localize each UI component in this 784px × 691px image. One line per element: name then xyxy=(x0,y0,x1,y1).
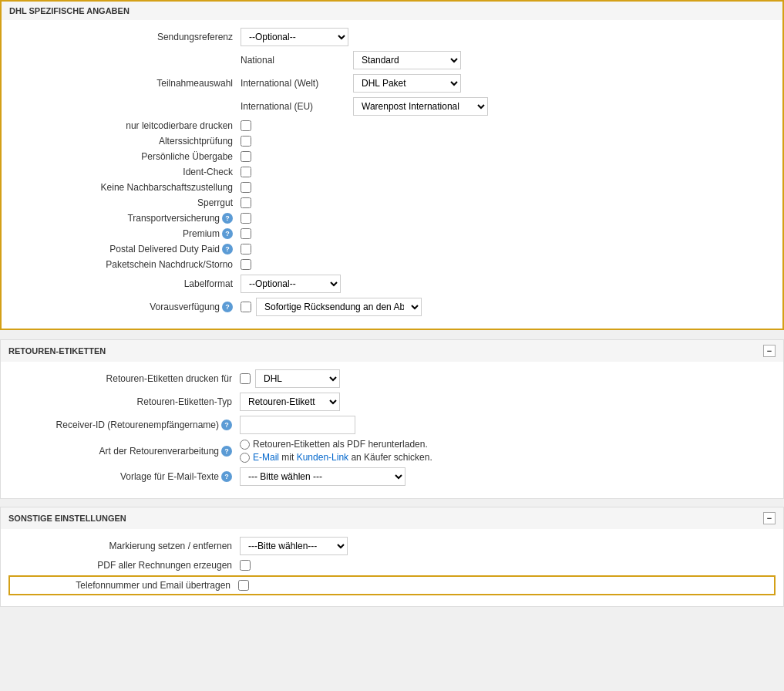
paketschein-checkbox[interactable] xyxy=(241,259,251,270)
labelformat-row: Labelformat --Optional-- A4 A6 xyxy=(2,275,782,293)
art-retouren-radio-group: Retouren-Etiketten als PDF herunterladen… xyxy=(240,439,432,463)
dhl-section-header: DHL SPEZIFISCHE ANGABEN xyxy=(2,2,782,20)
transportversicherung-control xyxy=(241,213,775,224)
vorausverfuegung-select[interactable]: Sofortige Rücksendung an den Absender Pr… xyxy=(256,298,422,316)
keine-nachbarschaft-checkbox[interactable] xyxy=(241,182,251,193)
retouren-drucken-select[interactable]: DHL Hermes DPD xyxy=(255,369,340,388)
sperrgut-row: Sperrgut xyxy=(2,197,782,208)
alterssichtpruefung-checkbox[interactable] xyxy=(241,136,251,147)
retouren-drucken-checkbox[interactable] xyxy=(240,373,251,384)
vorlage-email-control: --- Bitte wählen --- xyxy=(240,467,776,486)
vorausverfuegung-checkbox[interactable] xyxy=(241,302,251,312)
retouren-typ-select[interactable]: Retouren-Etikett QR-Code xyxy=(240,393,340,411)
vorausverfuegung-help-icon[interactable]: ? xyxy=(222,302,233,312)
art-retouren-control: Retouren-Etiketten als PDF herunterladen… xyxy=(240,439,776,463)
international-eu-select[interactable]: Warenpost International DHL Paket xyxy=(353,97,488,116)
retouren-drucken-control: DHL Hermes DPD xyxy=(240,369,776,388)
telefon-email-checkbox[interactable] xyxy=(238,580,249,591)
persoenliche-uebergabe-row: Persönliche Übergabe xyxy=(2,151,782,162)
persoenliche-uebergabe-checkbox[interactable] xyxy=(241,151,251,162)
alterssichtpruefung-row: Alterssichtprüfung xyxy=(2,136,782,147)
nur-leitcodierbare-label: nur leitcodierbare drucken xyxy=(9,120,241,131)
ident-check-checkbox[interactable] xyxy=(241,167,251,177)
art-retouren-help-icon[interactable]: ? xyxy=(221,446,232,457)
retouren-section-header: RETOUREN-ETIKETTEN − xyxy=(0,339,784,362)
pdf-rechnungen-label: PDF aller Rechnungen erzeugen xyxy=(8,560,240,571)
sperrgut-checkbox[interactable] xyxy=(241,197,251,208)
sendungsreferenz-select[interactable]: --Optional-- Option 1 Option 2 xyxy=(241,28,348,46)
teilnahmeauswahl-control: National Standard Express International … xyxy=(241,51,775,116)
vorlage-email-row: Vorlage für E-Mail-Texte ? --- Bitte wäh… xyxy=(1,467,783,486)
international-eu-label: International (EU) xyxy=(241,101,348,112)
email-link[interactable]: E-Mail xyxy=(253,452,279,463)
paketschein-control xyxy=(241,259,775,270)
sendungsreferenz-row: Sendungsreferenz --Optional-- Option 1 O… xyxy=(2,28,782,46)
nur-leitcodierbare-row: nur leitcodierbare drucken xyxy=(2,120,782,131)
labelformat-select[interactable]: --Optional-- A4 A6 xyxy=(241,275,341,293)
vorlage-email-label: Vorlage für E-Mail-Texte ? xyxy=(8,471,240,482)
receiver-id-control xyxy=(240,416,776,434)
dhl-section: DHL SPEZIFISCHE ANGABEN Sendungsreferenz… xyxy=(0,0,784,330)
keine-nachbarschaft-row: Keine Nachbarschaftszustellung xyxy=(2,182,782,193)
vorlage-email-select[interactable]: --- Bitte wählen --- xyxy=(240,467,405,486)
vorausverfuegung-row: Vorausverfügung ? Sofortige Rücksendung … xyxy=(2,298,782,316)
telefon-email-highlighted-row: Telefonnummer und Email übertragen xyxy=(8,575,776,595)
retouren-collapse-button[interactable]: − xyxy=(763,345,776,357)
transportversicherung-help-icon[interactable]: ? xyxy=(222,213,233,224)
postal-delivered-checkbox[interactable] xyxy=(241,244,251,254)
national-label: National xyxy=(241,55,348,66)
sonstige-section-header: SONSTIGE EINSTELLUNGEN − xyxy=(0,507,784,529)
retouren-typ-control: Retouren-Etikett QR-Code xyxy=(240,393,776,411)
premium-label: Premium ? xyxy=(9,228,241,239)
art-retouren-label: Art der Retourenverarbeitung ? xyxy=(8,446,240,457)
transportversicherung-checkbox[interactable] xyxy=(241,213,251,224)
teilnahmeauswahl-label: Teilnahmeauswahl xyxy=(9,78,241,89)
keine-nachbarschaft-control xyxy=(241,182,775,193)
retouren-typ-row: Retouren-Etiketten-Typ Retouren-Etikett … xyxy=(1,393,783,411)
sendungsreferenz-control: --Optional-- Option 1 Option 2 xyxy=(241,28,775,46)
vorlage-email-help-icon[interactable]: ? xyxy=(221,471,232,482)
receiver-id-help-icon[interactable]: ? xyxy=(221,420,232,430)
retouren-drucken-row: Retouren-Etiketten drucken für DHL Herme… xyxy=(1,369,783,388)
telefon-email-control xyxy=(238,580,769,591)
teilnahmeauswahl-row: Teilnahmeauswahl National Standard Expre… xyxy=(2,51,782,116)
postal-delivered-control xyxy=(241,244,775,254)
premium-checkbox[interactable] xyxy=(241,228,251,239)
international-welt-select[interactable]: DHL Paket DHL Express xyxy=(353,74,461,93)
pdf-rechnungen-row: PDF aller Rechnungen erzeugen xyxy=(1,560,783,571)
retouren-drucken-label: Retouren-Etiketten drucken für xyxy=(8,373,240,384)
retouren-section-title: RETOUREN-ETIKETTEN xyxy=(8,346,106,356)
dhl-section-title: DHL SPEZIFISCHE ANGABEN xyxy=(9,6,130,15)
retouren-section-body: Retouren-Etiketten drucken für DHL Herme… xyxy=(0,362,784,499)
kunden-link[interactable]: Kunden-Link xyxy=(297,452,348,463)
retouren-typ-label: Retouren-Etiketten-Typ xyxy=(8,396,240,407)
art-retouren-row: Art der Retourenverarbeitung ? Retouren-… xyxy=(1,439,783,463)
receiver-id-input[interactable] xyxy=(240,416,355,434)
sonstige-section: SONSTIGE EINSTELLUNGEN − Markierung setz… xyxy=(0,507,784,607)
radio-email[interactable] xyxy=(240,453,250,463)
international-welt-label: International (Welt) xyxy=(241,78,348,89)
radio-pdf[interactable] xyxy=(240,440,250,450)
transportversicherung-label: Transportversicherung ? xyxy=(9,213,241,224)
ident-check-row: Ident-Check xyxy=(2,167,782,177)
markierung-select[interactable]: ---Bitte wählen--- xyxy=(240,537,348,555)
pdf-rechnungen-checkbox[interactable] xyxy=(240,560,251,571)
national-select[interactable]: Standard Express xyxy=(353,51,461,69)
vorausverfuegung-label: Vorausverfügung ? xyxy=(9,302,241,312)
postal-delivered-label: Postal Delivered Duty Paid ? xyxy=(9,244,241,254)
nur-leitcodierbare-control xyxy=(241,120,775,131)
paketschein-row: Paketschein Nachdruck/Storno xyxy=(2,259,782,270)
pdf-rechnungen-control xyxy=(240,560,776,571)
nur-leitcodierbare-checkbox[interactable] xyxy=(241,120,251,131)
alterssichtpruefung-label: Alterssichtprüfung xyxy=(9,136,241,147)
postal-delivered-row: Postal Delivered Duty Paid ? xyxy=(2,244,782,254)
labelformat-control: --Optional-- A4 A6 xyxy=(241,275,775,293)
sonstige-section-body: Markierung setzen / entfernen ---Bitte w… xyxy=(0,529,784,607)
sonstige-collapse-button[interactable]: − xyxy=(763,512,776,524)
vorausverfuegung-control: Sofortige Rücksendung an den Absender Pr… xyxy=(241,298,775,316)
receiver-id-row: Receiver-ID (Retourenempfängername) ? xyxy=(1,416,783,434)
telefon-email-label: Telefonnummer und Email übertragen xyxy=(15,580,238,591)
postal-delivered-help-icon[interactable]: ? xyxy=(222,244,233,254)
premium-help-icon[interactable]: ? xyxy=(222,228,233,239)
markierung-control: ---Bitte wählen--- xyxy=(240,537,776,555)
